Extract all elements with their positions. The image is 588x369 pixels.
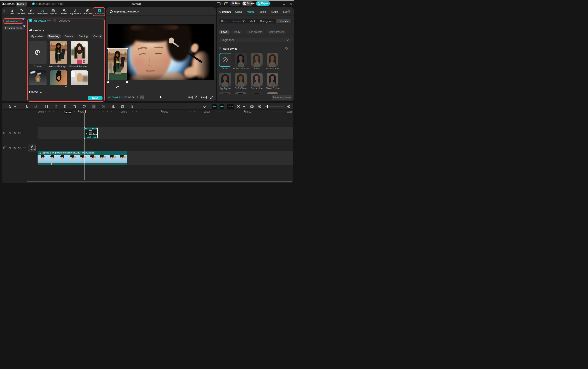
svg-text:TI: TI: [10, 9, 13, 12]
